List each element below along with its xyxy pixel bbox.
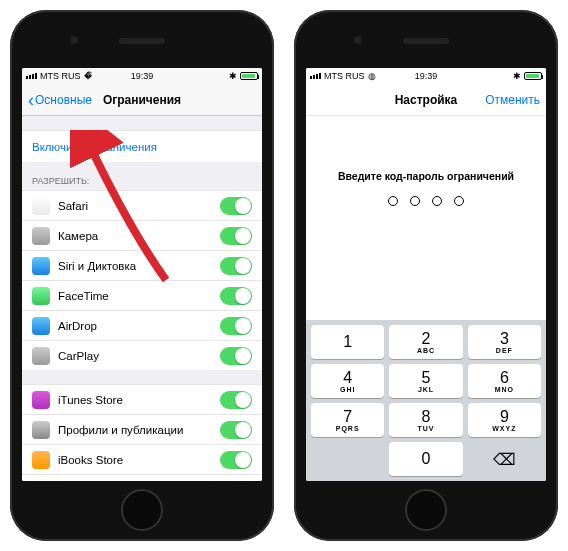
passcode-body: Введите код-пароль ограничений [306,116,546,320]
numeric-keypad: 1 2ABC 3DEF 4GHI 5JKL 6MNO 7PQRS 8TUV 9W… [306,320,546,481]
toggle-switch[interactable] [220,257,252,275]
profiles-icon [32,421,50,439]
list-item[interactable]: FaceTime [22,280,262,310]
passcode-dot [388,196,398,206]
app-label: Камера [58,230,220,242]
list-item[interactable]: CarPlay [22,340,262,370]
facetime-icon [32,287,50,305]
section-allow: РАЗРЕШИТЬ: [22,162,262,190]
settings-list[interactable]: Включить Ограничения РАЗРЕШИТЬ: Safari К… [22,116,262,481]
bluetooth-icon: ✱ [229,71,237,81]
key-2[interactable]: 2ABC [389,325,462,359]
chevron-left-icon: ‹ [28,91,34,109]
app-label: Safari [58,200,220,212]
status-bar: MTS RUS �ි 19:39 ✱ [22,68,262,84]
passcode-dot [432,196,442,206]
itunes-icon [32,391,50,409]
app-label: CarPlay [58,350,220,362]
toggle-switch[interactable] [220,481,252,482]
carrier-label: MTS RUS [40,71,81,81]
signal-icon [310,73,321,79]
front-camera [70,36,78,44]
passcode-dot [410,196,420,206]
passcode-dots [388,196,464,206]
key-0[interactable]: 0 [389,442,462,476]
key-5[interactable]: 5JKL [389,364,462,398]
key-9[interactable]: 9WXYZ [468,403,541,437]
key-3[interactable]: 3DEF [468,325,541,359]
toggle-switch[interactable] [220,317,252,335]
status-bar: MTS RUS ◍ 19:39 ✱ [306,68,546,84]
app-label: iBooks Store [58,454,220,466]
bluetooth-icon: ✱ [513,71,521,81]
toggle-switch[interactable] [220,227,252,245]
back-button[interactable]: ‹ Основные [28,91,92,109]
enable-restrictions-label: Включить Ограничения [32,141,252,153]
list-item[interactable]: Профили и публикации [22,414,262,444]
toggle-switch[interactable] [220,347,252,365]
list-item[interactable]: Подкасты [22,474,262,481]
ibooks-icon [32,451,50,469]
back-label: Основные [35,93,92,107]
screen-right: MTS RUS ◍ 19:39 ✱ Настройка Отменить Вве… [306,68,546,481]
app-label: FaceTime [58,290,220,302]
app-label: AirDrop [58,320,220,332]
app-label: Siri и Диктовка [58,260,220,272]
list-item[interactable]: Safari [22,190,262,220]
toggle-switch[interactable] [220,391,252,409]
camera-icon [32,227,50,245]
enable-restrictions-row[interactable]: Включить Ограничения [22,130,262,162]
carplay-icon [32,347,50,365]
toggle-switch[interactable] [220,451,252,469]
home-button[interactable] [405,489,447,531]
backspace-icon: ⌫ [493,450,516,469]
passcode-dot [454,196,464,206]
toggle-switch[interactable] [220,197,252,215]
wifi-icon: ◍ [368,71,376,81]
nav-bar: Настройка Отменить [306,84,546,116]
key-7[interactable]: 7PQRS [311,403,384,437]
toggle-switch[interactable] [220,287,252,305]
phone-right: MTS RUS ◍ 19:39 ✱ Настройка Отменить Вве… [294,10,558,541]
carrier-label: MTS RUS [324,71,365,81]
home-button[interactable] [121,489,163,531]
app-label: Профили и публикации [58,424,220,436]
airdrop-icon [32,317,50,335]
cancel-button[interactable]: Отменить [485,93,540,107]
safari-icon [32,197,50,215]
battery-icon [524,72,542,80]
wifi-icon: �ි [84,71,92,82]
app-label: iTunes Store [58,394,220,406]
passcode-prompt: Введите код-пароль ограничений [338,170,514,182]
phone-left: MTS RUS �ි 19:39 ✱ ‹ Основные Ограничени… [10,10,274,541]
key-6[interactable]: 6MNO [468,364,541,398]
front-camera [354,36,362,44]
key-blank [311,442,384,476]
battery-icon [240,72,258,80]
key-8[interactable]: 8TUV [389,403,462,437]
siri-icon [32,257,50,275]
speaker [119,38,165,44]
list-item[interactable]: AirDrop [22,310,262,340]
key-delete[interactable]: ⌫ [468,442,541,476]
list-item[interactable]: Siri и Диктовка [22,250,262,280]
signal-icon [26,73,37,79]
key-4[interactable]: 4GHI [311,364,384,398]
key-1[interactable]: 1 [311,325,384,359]
nav-bar: ‹ Основные Ограничения [22,84,262,116]
list-item[interactable]: iTunes Store [22,384,262,414]
screen-left: MTS RUS �ි 19:39 ✱ ‹ Основные Ограничени… [22,68,262,481]
podcasts-icon [32,481,50,482]
speaker [403,38,449,44]
list-item[interactable]: iBooks Store [22,444,262,474]
list-item[interactable]: Камера [22,220,262,250]
toggle-switch[interactable] [220,421,252,439]
